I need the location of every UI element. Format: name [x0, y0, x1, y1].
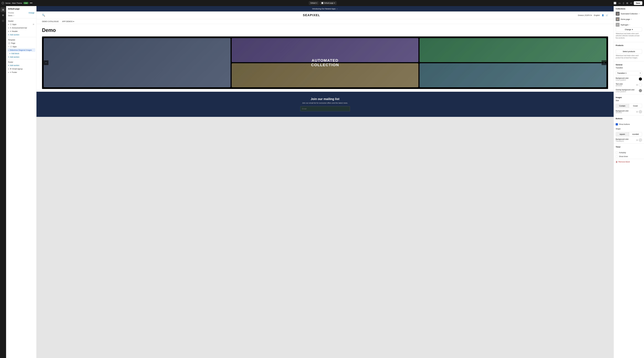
buttons-section: Buttons [614, 116, 644, 122]
products-help-text: Slideshows look better when each product… [616, 54, 642, 59]
images-bg-color-row: Background color #FFFFFF ⊟ [614, 109, 644, 115]
undo-button[interactable]: ↩ [630, 1, 633, 5]
slideshow-wrapper: AUTOMATED COLLECTION ← → [42, 36, 608, 89]
autoplay-label: Autoplay [619, 152, 626, 154]
transition-select[interactable]: Transition 1 [616, 71, 642, 75]
slideshow-next-button[interactable]: → [602, 60, 606, 65]
general-title: General [616, 64, 642, 66]
tablet-view-button[interactable]: ▭ [618, 1, 621, 5]
store-nav-right: Greece | EUR € ▾ English 👤 🛒 [578, 14, 608, 16]
store-header: 🔍 SEAPIXEL Greece | EUR € ▾ English 👤 🛒 [36, 12, 614, 19]
store-logo: SEAPIXEL [303, 14, 320, 17]
database-icon[interactable]: ⊟ [636, 139, 638, 141]
preview-row: Preview Change [6, 11, 36, 15]
nav-item-apps[interactable]: ▶ ⬡ Apps 👁 [6, 23, 36, 26]
collections-title: Collections [616, 8, 642, 10]
locale-selector[interactable]: Greece | EUR € ▾ [578, 14, 592, 16]
buttons-bg-swatch[interactable] [639, 138, 642, 142]
add-section-header-label: Add section [10, 34, 19, 36]
nav-item-footer[interactable]: ▶ ≡ Footer [6, 70, 36, 74]
add-section-template-button[interactable]: + Add section [6, 55, 36, 59]
footer-icon: ≡ [10, 71, 11, 73]
nav-demo-catalogue[interactable]: DEMO CATALOGUE [42, 20, 59, 22]
preview-change-button[interactable]: Change [28, 12, 34, 14]
trash-icon: 🗑 [616, 161, 618, 163]
demo-link[interactable]: Demo [8, 15, 12, 16]
change-collections-button[interactable]: Change ▾ [616, 28, 642, 32]
text-color-label: Text color [616, 83, 623, 85]
top-bar: ⬡ Sense - Main Theme Live ••• Default ▾ … [0, 0, 644, 6]
mobile-view-button[interactable]: ▯ [622, 1, 625, 5]
nav-item-page[interactable]: ⬜ Page [6, 42, 36, 45]
shopify-logo: ⬡ [2, 2, 4, 5]
images-bg-swatch[interactable] [639, 110, 642, 114]
search-icon[interactable]: 🔍 [42, 14, 45, 17]
chevron-icon: ▶ [8, 30, 9, 32]
show-timer-checkbox[interactable] [616, 156, 618, 158]
buttons-title: Buttons [616, 118, 642, 120]
show-buttons-checkbox[interactable]: ✓ [616, 123, 618, 126]
plus-icon: + [8, 56, 9, 58]
page-dropdown[interactable]: ⬜ Default page ▾ [320, 1, 336, 5]
overlay-bg-swatch[interactable] [639, 89, 642, 92]
show-buttons-label: Show buttons [619, 123, 630, 125]
collection-item-homepage[interactable]: 🏠 Home page ↗ [616, 16, 642, 22]
overlay-bg-label: Overlay background color [616, 89, 634, 91]
collection-item-automated[interactable]: 🏂 Automated Collection ↗ [616, 11, 642, 16]
settings-icon[interactable]: ⚙ [0, 13, 6, 18]
transition-select-wrapper: Transition 1 [616, 71, 642, 75]
shape-rounded-button[interactable]: rounded [629, 132, 642, 136]
overlay-bg-row: Overlay background color Linear gradient [614, 88, 644, 94]
account-icon[interactable]: 👤 [602, 14, 604, 16]
preview-frame: Introducing Our Newest Apps → 🔍 SEAPIXEL… [36, 6, 614, 117]
slideshow-prev-button[interactable]: ← [44, 60, 48, 65]
remove-block-button[interactable]: 🗑 Remove block [614, 160, 644, 164]
chevron-down-icon: ▾ [632, 28, 633, 30]
more-options-button[interactable]: ••• [30, 2, 32, 4]
text-color-swatch[interactable] [639, 83, 642, 86]
nav-item-email-signup[interactable]: ▶ ✉ Email signup [6, 67, 36, 70]
transition-label: Transition [616, 67, 642, 69]
nav-item-slideshow-active[interactable]: ▪ Slideshow Diagonal Images [7, 48, 35, 52]
default-dropdown[interactable]: Default ▾ [309, 1, 319, 5]
left-panel-header: Default page [6, 6, 36, 11]
collection-item-hydrogen[interactable]: H Hydrogen ↗ [616, 22, 642, 28]
bg-color-swatch[interactable] [639, 77, 642, 81]
save-button[interactable]: Save [634, 1, 642, 5]
size-cover-button[interactable]: Cover [629, 104, 642, 108]
apps-icon[interactable]: ⬡ [0, 18, 6, 23]
nav-item-header[interactable]: ▶ ≡ Header [6, 30, 36, 33]
select-products-button[interactable]: Select products [616, 49, 642, 54]
sections-icon[interactable]: ⊞ [0, 7, 6, 12]
email-signup-icon: ✉ [10, 68, 12, 70]
text-color-row: Text color #FFFFFF ⊟ [614, 82, 644, 88]
language-selector[interactable]: English [594, 14, 600, 16]
cart-icon[interactable]: 🛒 [606, 14, 608, 16]
nav-item-page-label: Page [11, 42, 15, 44]
database-icon[interactable]: ⊟ [636, 111, 638, 113]
slideshow-title: AUTOMATED COLLECTION [311, 58, 339, 67]
add-section-footer-label: Add section [10, 64, 19, 66]
desktop-view-button[interactable]: ⬜ [613, 1, 617, 5]
add-section-footer-button[interactable]: + Add section [6, 64, 36, 67]
collections-help-text: Slideshows look better when each selecte… [616, 32, 642, 39]
show-timer-row: Show timer [614, 154, 644, 158]
images-section: Images Size [614, 95, 644, 104]
announcement-text: Introducing Our Newest Apps → [312, 8, 338, 10]
buttons-bg-color-row: Background color Transparent ⊟ [614, 137, 644, 143]
chevron-icon: ▶ [8, 68, 9, 70]
general-section: General Transition [614, 62, 644, 71]
nav-app-demos[interactable]: APP DEMOS ▾ [62, 20, 74, 22]
nav-item-apps-template[interactable]: ▼ ⬡ Apps [6, 45, 36, 48]
autoplay-checkbox[interactable] [616, 152, 618, 154]
images-bg-color-value: #FFFFFF [616, 112, 628, 114]
shape-square-button[interactable]: square [616, 132, 629, 136]
size-contain-button[interactable]: Contain [616, 104, 629, 108]
nav-item-announcement[interactable]: ▶ ≡ Announcement bar [6, 26, 36, 30]
database-icon[interactable]: ⊟ [636, 84, 638, 86]
email-input[interactable] [300, 106, 350, 111]
add-section-header-button[interactable]: + Add section [6, 33, 36, 36]
grid-view-button[interactable]: ⊞ [626, 1, 629, 5]
email-input-row [300, 106, 350, 111]
add-block-button[interactable]: + Add block [6, 52, 36, 55]
